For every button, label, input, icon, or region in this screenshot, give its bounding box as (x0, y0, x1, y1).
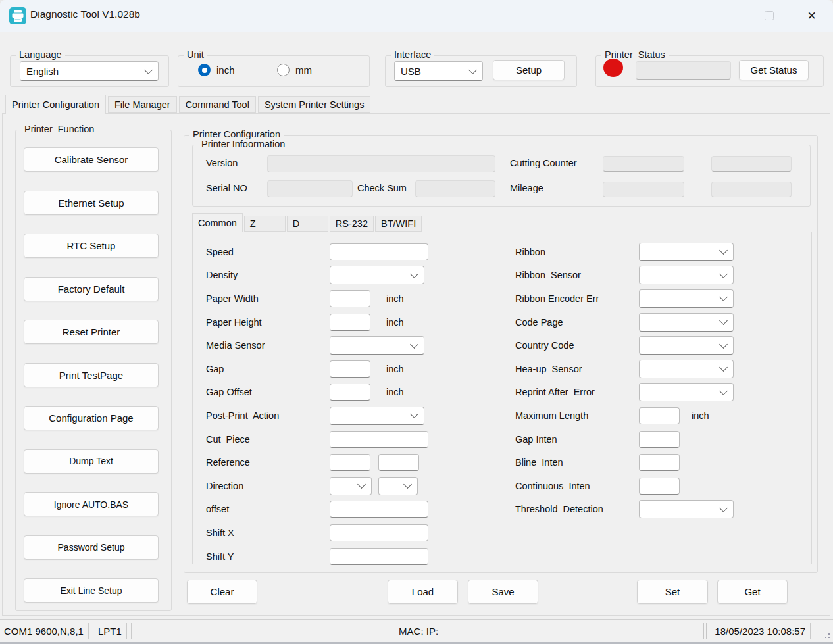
tab-file-manager[interactable]: File Manager (108, 96, 177, 113)
chevron-down-icon (719, 504, 728, 512)
chevron-down-icon (719, 363, 728, 372)
password-setup-button[interactable]: Password Setup (24, 535, 159, 560)
bline-inten-input[interactable] (639, 454, 680, 471)
paper-width-input[interactable] (330, 290, 370, 307)
code-page-select[interactable] (639, 313, 734, 332)
mac-ip-status: MAC: IP: (136, 626, 701, 637)
configuration-page-button[interactable]: Configuration Page (24, 406, 159, 430)
get-status-button[interactable]: Get Status (739, 60, 809, 80)
direction-select-2[interactable] (378, 477, 418, 495)
field-controls (639, 289, 734, 308)
subtab-rs-232[interactable]: RS-232 (330, 216, 374, 232)
unit-label: inch (386, 387, 404, 397)
factory-default-button[interactable]: Factory Default (24, 277, 159, 301)
print-testpage-button[interactable]: Print TestPage (24, 363, 159, 387)
field-row-gap: Gapinch (206, 357, 505, 381)
unit-label: inch (386, 364, 404, 374)
tab-command-tool[interactable]: Command Tool (179, 96, 256, 113)
field-row-code-page: Code Page (515, 310, 805, 334)
resize-grip[interactable] (822, 631, 831, 639)
subtab-bt-wifi[interactable]: BT/WIFI (375, 216, 422, 232)
density-select[interactable] (330, 266, 424, 284)
unit-mm-radio[interactable]: mm (277, 64, 312, 76)
speed-input[interactable] (330, 243, 428, 260)
gap-inten-input[interactable] (639, 431, 680, 448)
lpt-port-status: LPT1 (98, 626, 122, 637)
field-label: Paper Height (206, 317, 330, 328)
field-row-offset: offset (206, 498, 505, 522)
printer-information-group-label: Printer Infoormation (198, 139, 288, 149)
exit-line-setup-button[interactable]: Exit Line Setup (24, 578, 159, 603)
reprint-after-error-select[interactable] (639, 383, 734, 401)
tab-system-printer-settings[interactable]: System Printer Settings (258, 96, 371, 113)
field-row-continuous-inten: Continuous Inten (515, 474, 805, 498)
status-indicator-icon (603, 59, 623, 77)
reset-printer-button[interactable]: Reset Printer (24, 320, 159, 344)
close-button[interactable]: ✕ (790, 0, 833, 32)
reference-input-1[interactable] (330, 454, 370, 471)
field-controls: inch (330, 384, 404, 401)
get-button[interactable]: Get (717, 580, 788, 604)
ribbon-sensor-select[interactable] (639, 266, 734, 284)
ethernet-setup-button[interactable]: Ethernet Setup (24, 191, 159, 215)
field-label: Shift Y (206, 551, 330, 562)
subtab-d[interactable]: D (287, 216, 328, 232)
ignore-auto-bas-button[interactable]: Ignore AUTO.BAS (24, 492, 159, 516)
field-label: Post-Print Action (206, 410, 330, 421)
unit-inch-radio[interactable]: inch (198, 64, 235, 76)
set-button[interactable]: Set (637, 580, 708, 604)
statusbar-separator (88, 623, 93, 639)
field-row-speed: Speed (206, 240, 505, 264)
field-controls (639, 266, 734, 284)
field-row-gap-offset: Gap Offsetinch (206, 381, 505, 405)
calibrate-sensor-button[interactable]: Calibrate Sensor (24, 147, 159, 172)
subtab-z[interactable]: Z (244, 216, 286, 232)
offset-input[interactable] (330, 501, 428, 518)
field-controls (330, 454, 419, 471)
gap-offset-input[interactable] (330, 384, 370, 401)
save-button[interactable]: Save (468, 580, 538, 604)
field-label: offset (206, 504, 330, 514)
chevron-down-icon (403, 480, 412, 489)
setup-button[interactable]: Setup (493, 60, 565, 80)
post-print-action-select[interactable] (330, 407, 424, 425)
language-select[interactable]: English (20, 61, 159, 81)
maximum-length-input[interactable] (639, 407, 680, 424)
rtc-setup-button[interactable]: RTC Setup (24, 234, 159, 258)
field-label: Gap (206, 364, 330, 374)
field-row-cut-piece: Cut Piece (206, 428, 505, 451)
hea-up-sensor-select[interactable] (639, 360, 734, 378)
threshold-detection-select[interactable] (639, 500, 734, 518)
cut-piece-input[interactable] (330, 431, 428, 448)
minimize-button[interactable] (705, 0, 747, 32)
main-tabs: Printer ConfigurationFile ManagerCommand… (5, 95, 370, 114)
direction-select-1[interactable] (330, 477, 372, 495)
media-sensor-select[interactable] (330, 336, 424, 355)
language-group: Language English (10, 55, 169, 87)
paper-height-input[interactable] (330, 314, 370, 331)
subtab-common[interactable]: Common (192, 213, 243, 232)
field-label: Cut Piece (206, 434, 330, 445)
shift-y-input[interactable] (330, 548, 428, 565)
interface-select[interactable]: USB (394, 61, 483, 81)
chevron-down-icon (719, 246, 728, 255)
settings-sub-tabs: CommonZDRS-232BT/WIFI (192, 213, 422, 232)
gap-input[interactable] (330, 360, 370, 378)
interface-value: USB (401, 66, 421, 77)
status-bar: COM1 9600,N,8,1 LPT1 MAC: IP: 18/05/2023… (0, 619, 833, 644)
country-code-select[interactable] (639, 336, 734, 355)
continuous-inten-input[interactable] (639, 478, 680, 495)
ribbon-select[interactable] (639, 243, 734, 261)
field-row-paper-height: Paper Heightinch (206, 310, 505, 334)
shift-x-input[interactable] (330, 524, 428, 541)
title-bar: Diagnostic Tool V1.028b ✕ (0, 0, 833, 32)
maximize-button[interactable] (747, 0, 790, 32)
ribbon-encoder-err-select[interactable] (639, 289, 734, 308)
chevron-down-icon (719, 316, 728, 325)
serial-no-field (267, 180, 353, 197)
clear-button[interactable]: Clear (187, 580, 257, 604)
load-button[interactable]: Load (388, 580, 458, 604)
reference-input-2[interactable] (378, 454, 419, 471)
tab-printer-configuration[interactable]: Printer Configuration (5, 95, 106, 114)
dump-text-button[interactable]: Dump Text (24, 449, 159, 474)
